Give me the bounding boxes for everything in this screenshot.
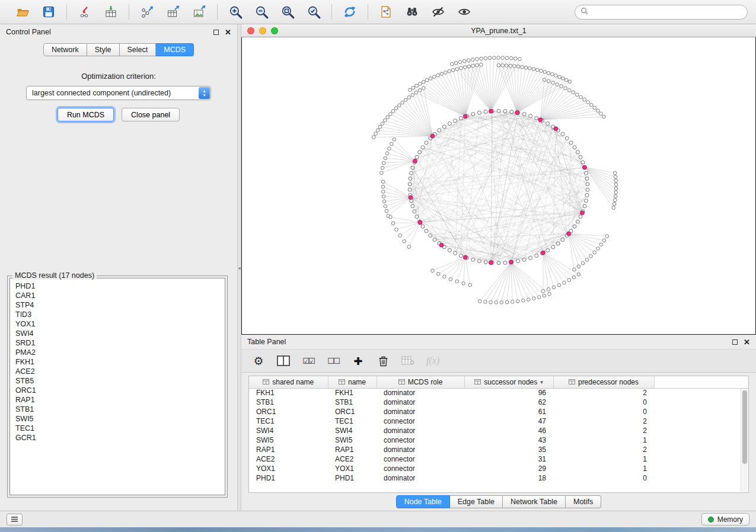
deselect-all-rows-icon[interactable]: ☐☐ — [327, 353, 340, 368]
column-header-successor-nodes[interactable]: successor nodes▾ — [464, 376, 553, 388]
column-header-predecessor-nodes[interactable]: predecessor nodes — [553, 376, 654, 388]
mcds-result-item[interactable]: STP4 — [15, 300, 225, 310]
mcds-result-item[interactable]: CAR1 — [15, 291, 225, 300]
float-table-panel-button[interactable] — [732, 339, 738, 345]
mcds-result-item[interactable]: SWI4 — [15, 329, 225, 338]
mcds-result-item[interactable]: RAP1 — [15, 395, 225, 405]
mcds-result-item[interactable]: ORC1 — [15, 386, 225, 395]
zoom-fit-icon[interactable] — [277, 3, 298, 21]
show-graphics-eye-icon[interactable] — [454, 3, 475, 21]
table-scrollbar-thumb[interactable] — [742, 390, 747, 464]
mcds-result-box: MCDS result (17 nodes) PHD1CAR1STP4TID3Y… — [7, 275, 228, 498]
window-minimize-traffic-light[interactable] — [259, 27, 266, 34]
open-session-icon[interactable] — [12, 3, 33, 21]
table-row[interactable]: ACE2ACE2connector311 — [249, 454, 748, 464]
dropdown-stepper-icon: ▲▼ — [199, 87, 210, 99]
memory-label: Memory — [717, 515, 743, 524]
zoom-out-icon[interactable] — [251, 3, 272, 21]
column-grip-icon — [474, 378, 481, 386]
refresh-icon[interactable] — [339, 3, 361, 21]
search-icon — [580, 7, 588, 17]
mcds-result-item[interactable]: STB1 — [15, 405, 225, 414]
zoom-in-icon[interactable] — [225, 3, 246, 21]
table-scrollbar[interactable] — [741, 389, 748, 492]
column-header-mcds-role[interactable]: MCDS role — [377, 376, 464, 388]
mcds-result-item[interactable]: GCR1 — [15, 433, 225, 443]
table-row[interactable]: SWI4SWI4dominator462 — [249, 426, 748, 435]
tab-mcds[interactable]: MCDS — [156, 43, 194, 56]
column-grip-icon — [569, 378, 575, 386]
tab-node-table[interactable]: Node Table — [396, 495, 450, 508]
mcds-result-item[interactable]: PHD1 — [15, 281, 225, 291]
tab-select[interactable]: Select — [120, 43, 157, 56]
table-row[interactable]: ORC1ORC1dominator610 — [249, 407, 748, 416]
table-toolbar: ⚙ ☑☑ ☐☐ ✚ f(x) — [241, 349, 756, 373]
table-row[interactable]: YOX1YOX1connector291 — [249, 464, 748, 473]
control-panel-tabs: Network Style Select MCDS — [0, 43, 237, 56]
export-table-icon[interactable] — [162, 3, 184, 21]
mcds-result-item[interactable]: YOX1 — [15, 319, 225, 329]
search-input[interactable] — [592, 8, 742, 16]
window-close-traffic-light[interactable] — [247, 27, 254, 34]
show-panel-list-icon[interactable] — [7, 514, 23, 525]
memory-status-icon — [708, 517, 714, 523]
table-row[interactable]: FKH1FKH1dominator962 — [249, 388, 748, 398]
table-row[interactable]: PHD1PHD1dominator180 — [249, 473, 748, 483]
splitter-grip-icon[interactable]: ◂ — [238, 266, 241, 271]
criterion-dropdown[interactable]: largest connected component (undirected)… — [26, 86, 211, 100]
column-grip-icon — [263, 378, 269, 386]
column-visibility-icon[interactable] — [277, 353, 290, 368]
export-network-icon[interactable] — [136, 3, 158, 21]
mcds-result-item[interactable]: ACE2 — [15, 367, 225, 376]
add-column-plus-icon[interactable]: ✚ — [352, 353, 365, 368]
find-binoculars-icon[interactable] — [401, 3, 423, 21]
table-row[interactable]: TEC1TEC1connector472 — [249, 416, 748, 426]
delete-column-trash-icon[interactable] — [377, 353, 390, 368]
table-settings-gear-icon[interactable]: ⚙ — [252, 353, 265, 368]
close-panel-button[interactable]: ✕ — [225, 28, 231, 36]
column-header-shared-name[interactable]: shared name — [249, 376, 328, 388]
run-mcds-button[interactable]: Run MCDS — [58, 108, 114, 121]
mcds-result-item[interactable]: FKH1 — [15, 357, 225, 367]
search-field[interactable] — [575, 5, 748, 20]
clone-network-icon[interactable] — [375, 3, 397, 21]
node-table: shared name name MCDS role successor nod… — [248, 376, 749, 493]
mcds-result-item[interactable]: TID3 — [15, 310, 225, 319]
select-all-rows-icon[interactable]: ☑☑ — [302, 353, 315, 368]
mcds-result-item[interactable]: SRD1 — [15, 338, 225, 348]
mcds-result-item[interactable]: TEC1 — [15, 424, 225, 433]
mcds-result-item[interactable]: SWI5 — [15, 414, 225, 424]
panel-splitter[interactable]: ◂ — [237, 24, 241, 511]
tab-edge-table[interactable]: Edge Table — [450, 495, 503, 508]
import-network-icon[interactable] — [74, 3, 95, 21]
network-window: YPA_prune.txt_1 — [241, 24, 756, 335]
close-panel-action-button[interactable]: Close panel — [122, 108, 180, 121]
hide-graphics-icon[interactable] — [428, 3, 449, 21]
table-row[interactable]: RAP1RAP1dominator352 — [249, 445, 748, 454]
function-builder-icon: f(x) — [426, 353, 439, 368]
network-window-title: YPA_prune.txt_1 — [471, 27, 527, 35]
tab-style[interactable]: Style — [87, 43, 120, 56]
close-table-panel-button[interactable]: ✕ — [744, 338, 750, 346]
window-zoom-traffic-light[interactable] — [271, 27, 278, 34]
mcds-result-item[interactable]: STB5 — [15, 376, 225, 386]
network-canvas[interactable] — [241, 37, 756, 335]
column-header-name[interactable]: name — [328, 376, 377, 388]
memory-button[interactable]: Memory — [701, 513, 749, 525]
mcds-result-item[interactable]: PMA2 — [15, 348, 225, 357]
tab-network-table[interactable]: Network Table — [503, 495, 566, 508]
save-session-icon[interactable] — [38, 3, 59, 21]
sort-indicator-icon: ▾ — [540, 379, 543, 385]
mcds-result-list[interactable]: PHD1CAR1STP4TID3YOX1SWI4SRD1PMA2FKH1ACE2… — [9, 278, 225, 495]
import-table-icon[interactable] — [100, 3, 122, 21]
table-row[interactable]: STB1STB1dominator620 — [249, 398, 748, 407]
zoom-selected-icon[interactable] — [303, 3, 324, 21]
table-panel: Table Panel ✕ ⚙ ☑☑ ☐☐ ✚ — [241, 335, 756, 511]
float-panel-button[interactable] — [213, 30, 219, 35]
export-image-icon[interactable] — [189, 3, 210, 21]
table-type-tabs: Node Table Edge Table Network Table Moti… — [241, 493, 756, 511]
tab-network[interactable]: Network — [43, 43, 87, 56]
tab-motifs[interactable]: Motifs — [566, 495, 601, 508]
table-row[interactable]: SWI5SWI5connector431 — [249, 435, 748, 445]
column-grip-icon — [339, 378, 345, 386]
